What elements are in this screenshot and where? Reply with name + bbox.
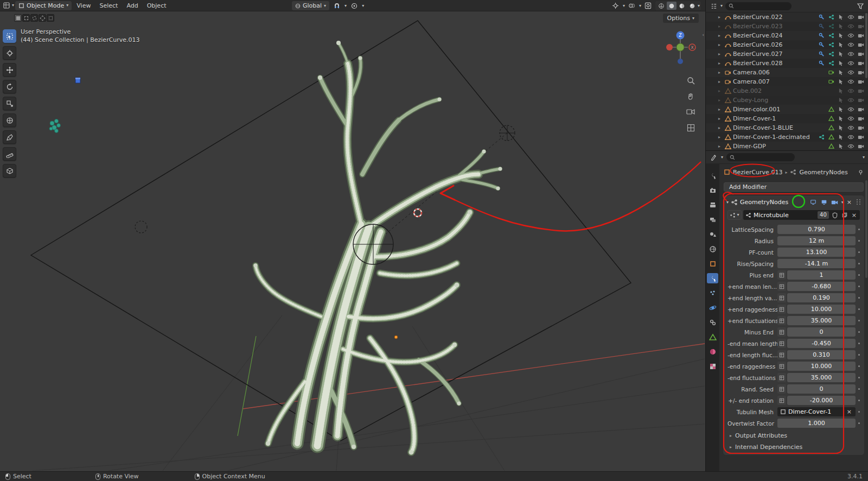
breadcrumb-object[interactable]: BezierCurve.013 bbox=[733, 169, 782, 176]
animate-dot[interactable] bbox=[856, 263, 862, 264]
object-name[interactable]: BezierCurve.022 bbox=[733, 14, 782, 21]
expand-arrow-icon[interactable]: ▸ bbox=[718, 88, 723, 93]
tab-output[interactable] bbox=[707, 200, 718, 210]
render-visibility-icon[interactable] bbox=[857, 15, 865, 20]
animate-dot[interactable] bbox=[856, 320, 862, 321]
outliner-row[interactable]: ▸ Dimer-GDP bbox=[706, 142, 868, 151]
tool-scale[interactable] bbox=[3, 97, 16, 110]
render-visibility-icon[interactable] bbox=[857, 42, 865, 47]
object-name[interactable]: BezierCurve.026 bbox=[733, 41, 782, 48]
hide-eye-icon[interactable] bbox=[847, 88, 855, 93]
hide-eye-icon[interactable] bbox=[847, 135, 855, 140]
gizmo-chevron-icon[interactable]: ▾ bbox=[623, 4, 625, 8]
camera-view-icon[interactable] bbox=[686, 107, 695, 117]
editor-type-chevron-icon[interactable]: ▾ bbox=[721, 155, 723, 160]
input-attribute-toggle[interactable] bbox=[777, 316, 786, 325]
tool-measure[interactable] bbox=[3, 147, 16, 161]
param-value-field[interactable]: 0.310 bbox=[787, 350, 856, 359]
geometry-nodes-icon[interactable] bbox=[827, 23, 835, 29]
expand-arrow-icon[interactable]: ▸ bbox=[718, 61, 723, 66]
animate-dot[interactable] bbox=[856, 343, 862, 344]
input-attribute-toggle[interactable] bbox=[777, 293, 786, 302]
selectable-pointer-icon[interactable] bbox=[837, 33, 845, 39]
hide-eye-icon[interactable] bbox=[847, 52, 855, 56]
param-value-field[interactable]: -0.680 bbox=[787, 282, 856, 291]
hide-eye-icon[interactable] bbox=[847, 144, 855, 149]
selectable-pointer-icon[interactable] bbox=[837, 79, 845, 85]
render-visibility-icon[interactable] bbox=[857, 61, 865, 66]
param-value-field[interactable]: 0 bbox=[787, 384, 856, 394]
modifier-wrench-icon[interactable] bbox=[818, 33, 826, 39]
tool-cursor[interactable] bbox=[3, 46, 16, 60]
options-dropdown[interactable]: Options ▾ bbox=[663, 14, 699, 23]
outliner-row[interactable]: ▸ BezierCurve.024 bbox=[706, 31, 868, 40]
outliner-row[interactable]: ▸ Dimer-Cover-1-BLUE bbox=[706, 123, 868, 132]
expand-arrow-icon[interactable]: ▸ bbox=[718, 70, 723, 75]
node-group-users-count[interactable]: 40 bbox=[818, 211, 829, 219]
outliner-row[interactable]: ▸ Cubey-Long bbox=[706, 96, 868, 105]
tab-object-data[interactable] bbox=[707, 332, 718, 342]
select-mode-button[interactable] bbox=[47, 14, 54, 22]
input-attribute-toggle[interactable] bbox=[777, 305, 786, 314]
menu-add[interactable]: Add bbox=[123, 1, 142, 10]
hide-eye-icon[interactable] bbox=[847, 24, 855, 29]
panel-drag-grip-icon[interactable] bbox=[857, 199, 861, 205]
camera-data-icon[interactable] bbox=[827, 69, 835, 75]
animate-dot[interactable] bbox=[856, 365, 862, 367]
modifier-render-toggle-icon[interactable] bbox=[831, 198, 839, 206]
object-name[interactable]: Cube.002 bbox=[733, 87, 762, 94]
object-name[interactable]: BezierCurve.024 bbox=[733, 32, 782, 39]
tool-transform[interactable] bbox=[3, 113, 16, 127]
tab-constraints[interactable] bbox=[707, 317, 718, 327]
param-value-field[interactable]: 0 bbox=[787, 327, 856, 337]
input-attribute-toggle[interactable] bbox=[777, 373, 786, 382]
modifier-close-icon[interactable]: × bbox=[846, 199, 853, 206]
panel-collapse-chevron-icon[interactable]: ▾ bbox=[726, 200, 729, 205]
navigation-gizmo[interactable]: Z X bbox=[662, 31, 698, 67]
xray-toggle-icon[interactable] bbox=[644, 2, 653, 10]
render-visibility-icon[interactable] bbox=[857, 52, 865, 56]
object-name[interactable]: BezierCurve.023 bbox=[733, 23, 782, 30]
editor-type-chevron-icon[interactable]: ▾ bbox=[12, 3, 14, 8]
modifier-wrench-icon[interactable] bbox=[818, 23, 826, 29]
properties-search[interactable] bbox=[726, 153, 794, 161]
proportional-edit-icon[interactable] bbox=[350, 2, 359, 10]
geometry-nodes-icon[interactable] bbox=[827, 60, 835, 66]
shading-wireframe-icon[interactable] bbox=[656, 2, 666, 10]
hide-eye-icon[interactable] bbox=[847, 107, 855, 112]
tool-rotate[interactable] bbox=[3, 80, 16, 93]
expand-arrow-icon[interactable]: ▸ bbox=[718, 42, 723, 47]
animate-dot[interactable] bbox=[856, 251, 862, 253]
hide-eye-icon[interactable] bbox=[847, 70, 855, 75]
geometry-nodes-icon[interactable] bbox=[827, 42, 835, 48]
outliner-row[interactable]: ▸ Camera.006 bbox=[706, 68, 868, 77]
zoom-icon[interactable] bbox=[686, 75, 695, 85]
outliner-row[interactable]: ▸ Cube.002 bbox=[706, 86, 868, 96]
animate-dot[interactable] bbox=[856, 274, 862, 276]
tab-tool[interactable] bbox=[707, 170, 718, 181]
param-value-field[interactable]: 12 m bbox=[777, 236, 856, 245]
viewport-3d[interactable]: User Perspective (44) Scene Collection |… bbox=[0, 11, 705, 471]
render-visibility-icon[interactable] bbox=[857, 98, 865, 103]
animate-dot[interactable] bbox=[856, 411, 862, 413]
outliner-row[interactable]: ▸ BezierCurve.022 bbox=[706, 12, 868, 22]
mesh-data-icon[interactable] bbox=[827, 116, 835, 122]
expand-arrow-icon[interactable]: ▸ bbox=[718, 15, 723, 20]
mesh-data-icon[interactable] bbox=[827, 125, 835, 131]
outliner-row[interactable]: ▸ BezierCurve.023 bbox=[706, 22, 868, 31]
selectable-pointer-icon[interactable] bbox=[837, 116, 845, 122]
outliner-row[interactable]: ▸ Dimer-Cover-1-decimated bbox=[706, 132, 868, 142]
modifier-panel-header[interactable]: ▾ GeometryNodes bbox=[723, 195, 864, 209]
fake-user-shield-icon[interactable] bbox=[831, 212, 839, 218]
object-name[interactable]: Camera.006 bbox=[733, 69, 770, 76]
selectable-pointer-icon[interactable] bbox=[837, 97, 845, 103]
shading-rendered-icon[interactable] bbox=[687, 2, 697, 10]
editor-type-icon[interactable] bbox=[2, 1, 11, 10]
param-value-field[interactable]: 35.000 bbox=[787, 316, 856, 325]
hide-eye-icon[interactable] bbox=[847, 79, 855, 84]
tool-select-box[interactable] bbox=[3, 29, 16, 43]
overlays-chevron-icon[interactable]: ▾ bbox=[639, 4, 641, 8]
hide-eye-icon[interactable] bbox=[847, 116, 855, 121]
outliner-scrollbar[interactable] bbox=[865, 13, 867, 78]
param-value-field[interactable]: 35.000 bbox=[787, 373, 856, 382]
